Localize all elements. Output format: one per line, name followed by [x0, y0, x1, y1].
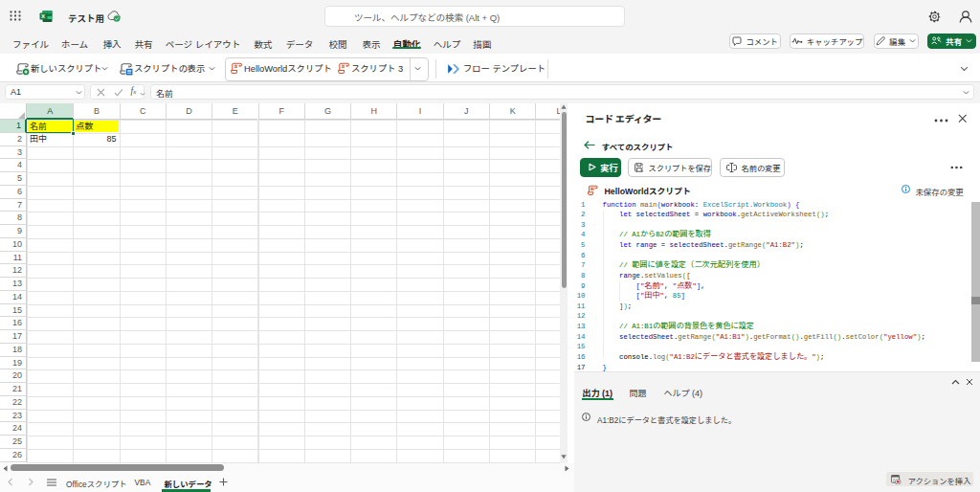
svg-text:X: X — [41, 13, 45, 19]
